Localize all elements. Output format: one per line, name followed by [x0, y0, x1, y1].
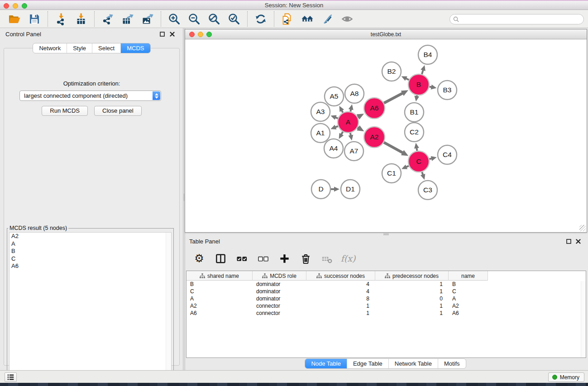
export-image-icon[interactable] [141, 12, 154, 26]
tab-network-table[interactable]: Network Table [388, 359, 438, 368]
search-input[interactable] [461, 16, 583, 23]
trash-icon[interactable] [299, 252, 312, 265]
graph-node-D[interactable]: D [311, 180, 330, 199]
result-item[interactable]: B [10, 248, 171, 255]
result-item[interactable]: A [10, 240, 171, 248]
close-panel-icon[interactable] [169, 31, 175, 37]
graph-node-A7[interactable]: A7 [344, 142, 363, 161]
network-file-icon[interactable] [281, 12, 294, 26]
hide-annotations-icon[interactable] [320, 12, 334, 26]
graph-node-C1[interactable]: C1 [382, 164, 401, 183]
table-row[interactable]: A6connector11A6 [186, 310, 586, 317]
columns-icon[interactable] [214, 252, 227, 265]
resize-grip-icon[interactable] [579, 225, 586, 231]
search-icon [453, 16, 459, 22]
svg-text:B4: B4 [424, 51, 432, 58]
close-panel-icon[interactable] [575, 238, 581, 244]
tab-mcds[interactable]: MCDS [120, 43, 150, 53]
table-scrollbar[interactable] [581, 281, 586, 357]
edge-arrowhead-icon [414, 96, 419, 102]
result-item[interactable]: A2 [10, 233, 171, 240]
result-scrollbar[interactable] [166, 233, 171, 379]
graph-node-A4[interactable]: A4 [324, 139, 343, 158]
graph-node-C4[interactable]: C4 [438, 145, 457, 164]
control-panel-tabs: NetworkStyleSelectMCDS [0, 43, 183, 53]
network-canvas[interactable]: B4B2BB3A8A5A6A3B1AC2A1A2A4A7C4CC1C3DD1 [185, 39, 587, 232]
column-header-shared-name[interactable]: shared name [186, 271, 253, 281]
import-network-icon[interactable] [54, 12, 68, 26]
graph-node-A6[interactable]: A6 [364, 98, 385, 119]
column-header-predecessor-nodes[interactable]: predecessor nodes [375, 271, 449, 281]
tab-node-table[interactable]: Node Table [305, 359, 347, 368]
graph-node-B3[interactable]: B3 [438, 81, 457, 100]
graph-node-B1[interactable]: B1 [405, 103, 424, 122]
refresh-icon[interactable] [254, 12, 268, 26]
table-cell: A [186, 295, 253, 302]
graph-node-B2[interactable]: B2 [382, 62, 401, 81]
table-panel: Table Panel ⚙ f(x) shared nameMCDS roles… [185, 235, 588, 370]
tab-network[interactable]: Network [33, 43, 67, 53]
eye-icon[interactable] [340, 12, 354, 26]
graph-node-A2[interactable]: A2 [364, 127, 385, 148]
search-box[interactable] [449, 14, 584, 24]
graph-node-A8[interactable]: A8 [345, 84, 364, 103]
zoom-out-icon[interactable] [187, 12, 201, 26]
column-header-MCDS-role[interactable]: MCDS role [253, 271, 306, 281]
svg-text:A1: A1 [316, 129, 325, 137]
graph-node-A3[interactable]: A3 [311, 102, 330, 121]
graph-edge-A2-C[interactable] [384, 143, 403, 153]
import-table-icon[interactable] [74, 12, 88, 26]
table-row[interactable]: Bdominator41B [186, 281, 586, 288]
graph-node-B4[interactable]: B4 [418, 45, 437, 64]
graph-edge-A6-B[interactable] [384, 93, 403, 103]
table-cell-filler [488, 288, 586, 295]
close-panel-button[interactable]: Close panel [94, 106, 142, 116]
graph-node-A[interactable]: A [338, 112, 359, 133]
toolbar-separator [48, 11, 48, 27]
column-header-name[interactable]: name [449, 271, 488, 281]
result-item[interactable]: A6 [10, 262, 171, 270]
save-session-icon[interactable] [28, 12, 41, 26]
function-icon[interactable]: f(x) [341, 252, 355, 265]
tab-select[interactable]: Select [92, 43, 120, 53]
graph-node-C2[interactable]: C2 [405, 123, 424, 142]
graph-node-D1[interactable]: D1 [341, 180, 360, 199]
add-icon[interactable] [277, 252, 291, 265]
home-icon[interactable] [301, 12, 314, 26]
task-history-button[interactable] [5, 372, 17, 382]
graph-node-A5[interactable]: A5 [325, 87, 344, 106]
tab-edge-table[interactable]: Edge Table [347, 359, 388, 368]
result-item[interactable]: C [10, 255, 171, 263]
zoom-in-icon[interactable] [167, 12, 181, 26]
select-all-icon[interactable] [235, 252, 249, 265]
criterion-dropdown[interactable]: largest connected component (directed) [19, 91, 161, 101]
run-mcds-button[interactable]: Run MCDS [42, 106, 88, 116]
network-window-titlebar[interactable]: testGlobe.txt [185, 29, 587, 39]
column-header-successor-nodes[interactable]: successor nodes [306, 271, 375, 281]
export-table-icon[interactable] [121, 12, 134, 26]
tab-motifs[interactable]: Motifs [438, 359, 466, 368]
delete-table-icon[interactable] [320, 252, 334, 265]
svg-text:C: C [416, 157, 421, 165]
gear-icon[interactable]: ⚙ [192, 252, 206, 265]
table-row[interactable]: Adominator80A [186, 295, 586, 302]
graph-node-A1[interactable]: A1 [311, 124, 330, 143]
table-row[interactable]: Cdominator41C [186, 288, 586, 295]
table-row[interactable]: A2connector11A2 [186, 302, 586, 310]
zoom-fit-icon[interactable] [207, 12, 221, 26]
open-file-icon[interactable] [8, 12, 21, 26]
graph-node-B[interactable]: B [408, 74, 429, 95]
table-cell: 1 [375, 288, 449, 295]
tab-style[interactable]: Style [67, 43, 92, 53]
svg-text:B2: B2 [387, 67, 396, 75]
memory-button[interactable]: Memory [548, 372, 584, 382]
graph-node-C3[interactable]: C3 [418, 181, 437, 200]
zoom-selected-icon[interactable] [227, 12, 241, 26]
export-network-icon[interactable] [101, 12, 115, 26]
graph-node-C[interactable]: C [408, 151, 429, 172]
svg-text:B3: B3 [443, 86, 452, 94]
deselect-all-icon[interactable] [256, 252, 270, 265]
mcds-result-list[interactable]: A2ABCA6 [9, 232, 172, 380]
float-panel-icon[interactable] [566, 238, 572, 244]
float-panel-icon[interactable] [159, 31, 165, 37]
